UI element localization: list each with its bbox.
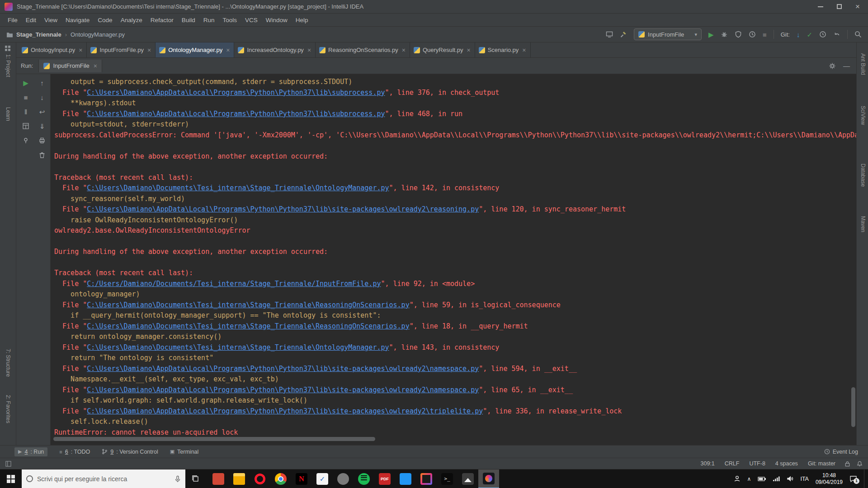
vertical-scrollbar[interactable] xyxy=(851,387,855,427)
task-view-button[interactable] xyxy=(185,469,206,488)
stack-trace-link[interactable]: C:\Users\Damiano\AppData\Local\Programs\… xyxy=(87,110,385,118)
taskbar-app-idea-active[interactable] xyxy=(478,469,499,488)
editor-tab-ontologyinput-py[interactable]: OntologyInput.py× xyxy=(18,42,87,57)
editor-tab-ontologymanager-py[interactable]: OntologyManager.py× xyxy=(156,42,234,57)
down-stack-trace-button[interactable]: ↓ xyxy=(37,93,47,101)
tool-window-bar-version-control[interactable]: 9: Version Control xyxy=(102,449,158,455)
git-branch[interactable]: Git: master xyxy=(808,460,835,467)
run-config-dropdown[interactable]: InputFromFile ▾ xyxy=(634,28,702,40)
tool-window-toggle-icon[interactable] xyxy=(5,461,11,467)
close-button[interactable]: × xyxy=(855,3,860,10)
pause-output-button[interactable]: ‖ xyxy=(21,108,31,116)
scroll-to-end-button[interactable]: ⇓ xyxy=(37,122,47,130)
menu-analyze[interactable]: Analyze xyxy=(117,15,146,25)
menu-navigate[interactable]: Navigate xyxy=(61,15,94,25)
taskbar-app-netflix[interactable]: N xyxy=(291,469,312,488)
language-indicator[interactable]: ITA xyxy=(800,476,809,482)
taskbar-app-spotify[interactable] xyxy=(354,469,374,488)
breadcrumb-project[interactable]: Stage_Triennale xyxy=(16,31,61,38)
search-icon[interactable] xyxy=(854,31,862,38)
clear-console-button[interactable] xyxy=(37,151,47,159)
taskbar-app-code[interactable] xyxy=(395,469,416,488)
close-tab-icon[interactable]: × xyxy=(522,47,526,54)
close-tab-icon[interactable]: × xyxy=(226,47,230,54)
menu-build[interactable]: Build xyxy=(178,15,199,25)
up-stack-trace-button[interactable]: ↑ xyxy=(37,79,47,87)
taskbar-app-gray-app[interactable] xyxy=(333,469,354,488)
tool-window-button-database[interactable]: Database xyxy=(860,164,866,187)
close-tab-icon[interactable]: × xyxy=(79,47,82,54)
undo-icon[interactable] xyxy=(833,31,840,38)
tool-window-button-ant-build[interactable]: Ant Build xyxy=(860,53,866,75)
menu-tools[interactable]: Tools xyxy=(219,15,241,25)
git-commit-icon[interactable]: ✓ xyxy=(807,31,812,38)
tool-window-button-sciview[interactable]: SciView xyxy=(860,106,866,125)
menu-edit[interactable]: Edit xyxy=(22,15,40,25)
taskbar-app-opera[interactable] xyxy=(250,469,270,488)
close-run-tab-icon[interactable]: × xyxy=(94,62,97,70)
network-icon[interactable] xyxy=(773,476,780,482)
editor-tab-reasoningonscenarios-py[interactable]: ReasoningOnScenarios.py× xyxy=(316,42,410,57)
print-console-button[interactable] xyxy=(37,136,47,145)
start-button[interactable] xyxy=(0,469,22,488)
horizontal-scrollbar[interactable] xyxy=(53,437,375,441)
pin-tab-icon[interactable] xyxy=(21,136,31,145)
stack-trace-link[interactable]: C:\Users\Damiano\AppData\Local\Programs\… xyxy=(87,386,479,394)
menu-code[interactable]: Code xyxy=(94,15,116,25)
editor-tab-queryresult-py[interactable]: QueryResult.py× xyxy=(410,42,475,57)
taskbar-app-chrome[interactable] xyxy=(270,469,291,488)
menu-run[interactable]: Run xyxy=(199,15,219,25)
editor-tab-scenario-py[interactable]: Scenario.py× xyxy=(475,42,531,57)
battery-icon[interactable] xyxy=(758,476,766,482)
tool-window-bar-todo[interactable]: ≡6: TODO xyxy=(59,449,90,455)
taskbar-app-photos[interactable] xyxy=(458,469,478,488)
coverage-shield-icon[interactable] xyxy=(735,31,742,38)
tool-windows-grid-icon[interactable] xyxy=(5,45,11,52)
hide-panel-icon[interactable]: — xyxy=(843,62,850,69)
run-tab-inputfromfile[interactable]: InputFromFile × xyxy=(38,60,102,72)
stack-trace-link[interactable]: C:\Users\Damiano\Documents\Tesi_interna\… xyxy=(87,322,409,330)
run-button[interactable]: ▶ xyxy=(708,31,714,38)
history-icon[interactable] xyxy=(819,31,826,38)
build-hammer-icon[interactable] xyxy=(620,31,627,38)
stack-trace-link[interactable]: C:\Users\Damiano\Documents\Tesi_interna\… xyxy=(87,184,389,192)
indent[interactable]: 4 spaces xyxy=(775,460,798,467)
stack-trace-link[interactable]: C:\Users\Damiano\AppData\Local\Programs\… xyxy=(87,365,479,373)
debug-bug-icon[interactable] xyxy=(721,31,728,38)
tool-window-button-maven[interactable]: Maven xyxy=(860,216,866,232)
close-tab-icon[interactable]: × xyxy=(467,47,471,54)
menu-vcs[interactable]: VCS xyxy=(241,15,262,25)
menu-view[interactable]: View xyxy=(40,15,61,25)
close-tab-icon[interactable]: × xyxy=(402,47,406,54)
taskbar-app-check-app[interactable]: ✓ xyxy=(312,469,333,488)
stack-trace-link[interactable]: C:\Users\Damiano\AppData\Local\Programs\… xyxy=(87,89,385,97)
menu-file[interactable]: File xyxy=(4,15,22,25)
breadcrumb-file[interactable]: OntologyManager.py xyxy=(71,31,125,38)
stack-trace-link[interactable]: C:\Users\Damiano\AppData\Local\Programs\… xyxy=(87,407,483,415)
rerun-button[interactable]: ▶ xyxy=(21,79,31,87)
caret-position[interactable]: 309:1 xyxy=(700,460,714,467)
tool-window-bar-run[interactable]: ▶4: Run xyxy=(14,447,47,456)
volume-icon[interactable] xyxy=(787,476,793,482)
taskbar-app-explorer[interactable] xyxy=(229,469,250,488)
close-tab-icon[interactable]: × xyxy=(307,47,311,54)
profiler-clock-icon[interactable] xyxy=(749,31,756,38)
encoding[interactable]: UTF-8 xyxy=(749,460,765,467)
editor-tab-inputfromfile-py[interactable]: InputFromFile.py× xyxy=(87,42,156,57)
tool-window-bar-terminal[interactable]: ▣Terminal xyxy=(170,449,199,455)
menu-refactor[interactable]: Refactor xyxy=(146,15,178,25)
stop-button[interactable]: ■ xyxy=(763,31,767,38)
stop-console-button[interactable]: ■ xyxy=(21,93,31,101)
tool-window-button-1-project[interactable]: 1: Project xyxy=(5,54,11,77)
stack-trace-link[interactable]: C:\Users\Damiano\AppData\Local\Programs\… xyxy=(87,205,479,213)
soft-wrap-button[interactable]: ↩ xyxy=(37,108,47,116)
settings-gear-icon[interactable] xyxy=(829,62,836,70)
menu-window[interactable]: Window xyxy=(262,15,292,25)
people-icon[interactable] xyxy=(734,475,741,482)
editor-tab-increasedontology-py[interactable]: IncreasedOntology.py× xyxy=(234,42,316,57)
taskbar-app-cmd[interactable]: >_ xyxy=(437,469,458,488)
taskbar-search[interactable] xyxy=(22,469,185,488)
event-log-button[interactable]: Event Log xyxy=(824,449,858,455)
restore-layout-icon[interactable] xyxy=(21,122,31,130)
stack-trace-link[interactable]: C:/Users/Damiano/Documents/Tesi_interna/… xyxy=(87,280,381,288)
